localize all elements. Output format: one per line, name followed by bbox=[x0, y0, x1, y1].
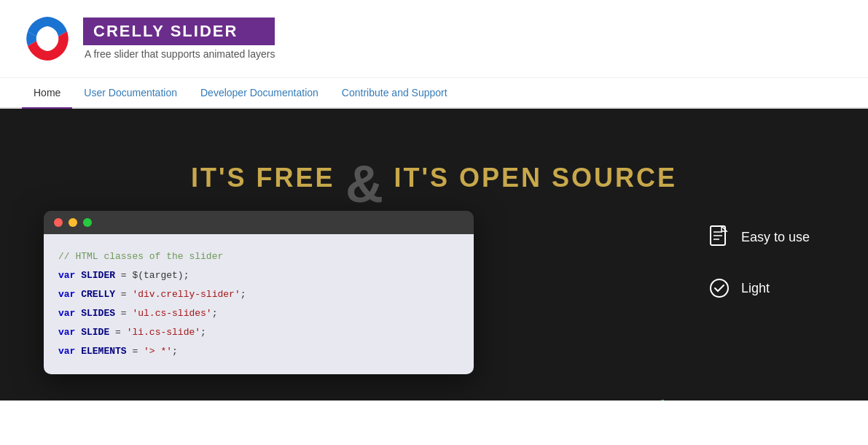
dot-red bbox=[54, 218, 63, 227]
code-body: // HTML classes of the slider var SLIDER… bbox=[44, 234, 474, 374]
logo-subtitle: A free slider that supports animated lay… bbox=[83, 48, 275, 60]
code-window-titlebar bbox=[44, 211, 474, 234]
hero-section: IT'S FREE & IT'S OPEN SOURCE // HTML cla… bbox=[0, 109, 868, 400]
feature-light-label: Light bbox=[741, 281, 770, 296]
logo-container: CRELLY SLIDER A free slider that support… bbox=[22, 13, 275, 64]
code-line5: var ELEMENTS = '> *'; bbox=[58, 342, 459, 361]
hero-title: IT'S FREE & IT'S OPEN SOURCE bbox=[44, 152, 824, 215]
header: CRELLY SLIDER A free slider that support… bbox=[0, 0, 868, 78]
dot-green bbox=[83, 218, 92, 227]
logo-text-block: CRELLY SLIDER A free slider that support… bbox=[83, 18, 275, 60]
svg-point-6 bbox=[711, 279, 728, 297]
nav-item-user-docs[interactable]: User Documentation bbox=[72, 78, 189, 109]
code-line4: var SLIDE = 'li.cs-slide'; bbox=[58, 323, 459, 342]
nav-item-developer-docs[interactable]: Developer Documentation bbox=[189, 78, 330, 109]
hero-open-text: IT'S OPEN SOURCE bbox=[394, 163, 677, 193]
check-circle-icon bbox=[709, 278, 730, 298]
feature-light: Light bbox=[709, 278, 810, 298]
code-line1: var SLIDER = $(target); bbox=[58, 266, 459, 285]
feature-easy-to-use: Easy to use bbox=[709, 225, 810, 249]
logo-icon bbox=[22, 13, 73, 64]
code-comment: // HTML classes of the slider bbox=[58, 247, 459, 266]
features-panel: Easy to use Light bbox=[709, 225, 810, 298]
document-icon bbox=[709, 225, 730, 249]
nav-item-home[interactable]: Home bbox=[22, 78, 72, 109]
curved-arrow bbox=[584, 393, 679, 400]
feature-easy-label: Easy to use bbox=[741, 230, 810, 245]
hero-free-text: IT'S FREE bbox=[191, 163, 335, 193]
code-window: // HTML classes of the slider var SLIDER… bbox=[44, 211, 474, 374]
code-line2: var CRELLY = 'div.crelly-slider'; bbox=[58, 285, 459, 304]
hero-amp: & bbox=[345, 155, 383, 213]
dot-yellow bbox=[69, 218, 77, 227]
code-line3: var SLIDES = 'ul.cs-slides'; bbox=[58, 304, 459, 323]
main-nav: Home User Documentation Developer Docume… bbox=[0, 78, 868, 109]
nav-item-contribute[interactable]: Contribute and Support bbox=[330, 78, 459, 109]
logo-title: CRELLY SLIDER bbox=[83, 18, 275, 45]
